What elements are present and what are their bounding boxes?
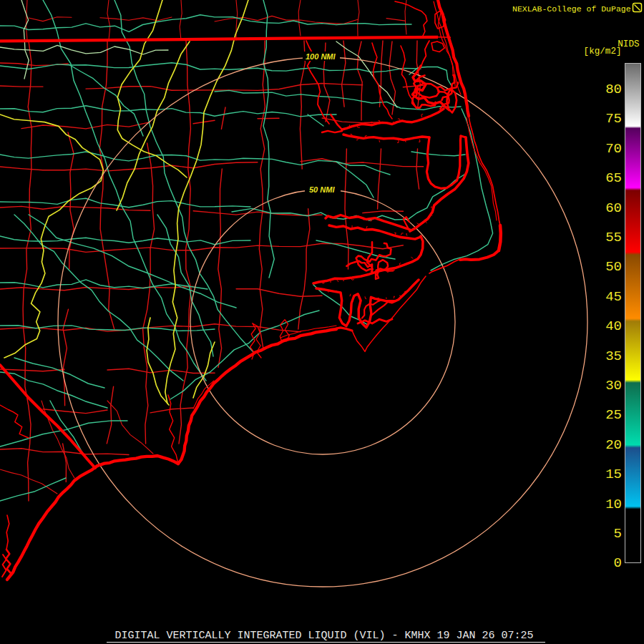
svg-text:45: 45 <box>605 289 622 305</box>
svg-text:40: 40 <box>605 318 622 334</box>
svg-text:50 NMI: 50 NMI <box>309 185 335 194</box>
svg-text:5: 5 <box>614 526 622 542</box>
svg-text:75: 75 <box>605 111 622 127</box>
svg-text:DIGITAL VERTICALLY INTEGRATED: DIGITAL VERTICALLY INTEGRATED LIQUID (VI… <box>114 630 533 642</box>
svg-text:60: 60 <box>605 200 622 216</box>
svg-text:80: 80 <box>605 82 622 97</box>
svg-text:70: 70 <box>605 141 622 157</box>
svg-text:NEXLAB-College of DuPage: NEXLAB-College of DuPage <box>512 4 631 14</box>
svg-text:[kg/m2]: [kg/m2] <box>584 47 622 57</box>
svg-text:100 NMI: 100 NMI <box>306 52 336 61</box>
svg-text:10: 10 <box>605 497 622 512</box>
svg-text:55: 55 <box>605 230 622 245</box>
svg-text:20: 20 <box>605 437 622 453</box>
svg-text:65: 65 <box>605 170 622 186</box>
svg-text:30: 30 <box>605 378 622 394</box>
svg-text:0: 0 <box>614 555 622 571</box>
svg-text:25: 25 <box>605 407 622 423</box>
svg-text:50: 50 <box>605 259 622 275</box>
svg-text:35: 35 <box>605 348 622 364</box>
svg-text:15: 15 <box>605 467 622 482</box>
